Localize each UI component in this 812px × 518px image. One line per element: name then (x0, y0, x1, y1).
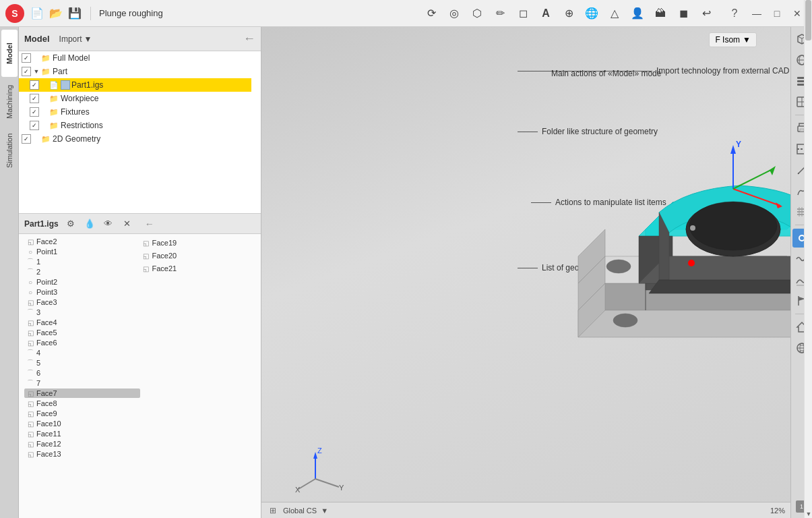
panel-area: Model Import ▼ ← 📁 Full Model ▼ (19, 27, 261, 518)
new-file-icon[interactable]: 📄 (30, 6, 44, 21)
toolbar-btn-11[interactable]: 🏔 (650, 3, 670, 24)
list-item-point1[interactable]: ○Point1 (24, 247, 140, 256)
toolbar-btn-5[interactable]: ◻ (513, 3, 533, 24)
list-item-face10[interactable]: ◱Face10 (24, 419, 140, 428)
tree-label-fixtures: Fixtures (61, 107, 90, 117)
toolbar-btn-8[interactable]: 🌐 (582, 3, 602, 24)
tree-check-part[interactable] (22, 67, 31, 76)
toolbar-btn-6[interactable]: A (536, 3, 556, 24)
point1-icon: ○ (26, 247, 35, 256)
list-action-close[interactable]: ✕ (121, 217, 134, 231)
list-item-6[interactable]: ⌒6 (24, 368, 140, 378)
item7-icon: ⌒ (26, 378, 35, 388)
tree-toggle-part1-igs[interactable] (40, 81, 49, 89)
tree-check-part1-igs[interactable] (30, 80, 39, 90)
list-item-1[interactable]: ⌒1 (24, 257, 140, 266)
toolbar-btn-9[interactable]: △ (604, 3, 625, 24)
svg-text:Y: Y (736, 140, 741, 149)
list-item-face9[interactable]: ◱Face9 (24, 409, 140, 418)
list-item-face2[interactable]: ◱Face2 (24, 237, 140, 246)
list-item-point2[interactable]: ○Point2 (24, 277, 140, 287)
model-tree: 📁 Full Model ▼ 📁 Part 📄 Part1.igs (19, 51, 261, 213)
tree-toggle-fixtures[interactable] (40, 108, 49, 116)
toolbar-btn-12[interactable]: ◼ (673, 3, 693, 24)
save-file-icon[interactable]: 💾 (67, 6, 82, 21)
list-item-face21[interactable]: ◱Face21 (140, 262, 256, 275)
list-item-face20[interactable]: ◱Face20 (140, 250, 256, 262)
face21-icon: ◱ (142, 264, 151, 273)
tree-check-full-model[interactable] (22, 53, 31, 63)
tree-toggle-2d-geometry[interactable] (32, 135, 40, 143)
list-item-face8[interactable]: ◱Face8 (24, 399, 140, 408)
sidebar-tab-simulation[interactable]: Simulation (1, 127, 18, 174)
tree-check-workpiece[interactable] (30, 94, 39, 103)
list-item-face7[interactable]: ◱Face7 (24, 388, 140, 398)
open-file-icon[interactable]: 📂 (49, 6, 63, 21)
list-item-face19[interactable]: ◱Face19 (140, 237, 256, 249)
folder-icon-workpiece: 📁 (49, 93, 59, 104)
svg-marker-13 (770, 166, 776, 175)
list-action-settings[interactable]: ⚙ (64, 217, 77, 231)
toolbar-btn-10[interactable]: 👤 (627, 3, 648, 24)
list-item-5[interactable]: ⌒5 (24, 358, 140, 368)
toolbar-btn-7[interactable]: ⊕ (559, 3, 579, 24)
svg-line-17 (299, 479, 315, 489)
folder-icon-restrictions: 📁 (49, 120, 59, 131)
help-icon[interactable]: ? (727, 6, 742, 21)
tree-item-part1-igs[interactable]: 📄 Part1.igs (19, 78, 251, 92)
tree-check-fixtures[interactable] (30, 107, 39, 117)
tree-section: 📁 Full Model ▼ 📁 Part 📄 Part1.igs (19, 51, 261, 213)
toolbar-btn-4[interactable]: ✏ (490, 3, 510, 24)
list-item-face4[interactable]: ◱Face4 (24, 318, 140, 327)
list-item-face12[interactable]: ◱Face12 (24, 439, 140, 449)
sidebar-tab-machining[interactable]: Machining (1, 78, 18, 125)
tree-item-workpiece[interactable]: 📁 Workpiece (19, 92, 251, 105)
point2-icon: ○ (26, 277, 35, 287)
tree-toggle-workpiece[interactable] (40, 94, 49, 103)
tree-toggle-restrictions[interactable] (40, 121, 49, 130)
list-action-water[interactable]: 💧 (83, 217, 96, 231)
svg-point-5 (689, 202, 777, 250)
toolbar-btn-13[interactable]: ↩ (696, 3, 716, 24)
list-item-2[interactable]: ⌒2 (24, 267, 140, 277)
view-mode-selector[interactable]: F Isom ▼ (709, 32, 757, 47)
list-item-point3[interactable]: ○Point3 (24, 287, 140, 297)
maximize-button[interactable]: □ (768, 4, 786, 23)
list-item-face6[interactable]: ◱Face6 (24, 338, 140, 347)
viewport[interactable]: Import technology from external CAD Main… (261, 27, 790, 518)
list-panel: Part1.igs ⚙ 💧 👁 ✕ ← ◱Face2 ○Point1 ⌒1 ⌒2… (19, 213, 261, 459)
list-item-7[interactable]: ⌒7 (24, 378, 140, 388)
tree-item-part[interactable]: ▼ 📁 Part (19, 65, 251, 78)
list-action-visibility[interactable]: 👁 (102, 217, 115, 231)
tree-toggle-full-model[interactable] (32, 54, 40, 62)
import-button[interactable]: Import ▼ (55, 32, 96, 46)
model-title: Model (24, 34, 50, 44)
file-icons: 📄 📂 💾 (30, 6, 82, 21)
face7-icon: ◱ (26, 388, 35, 398)
toolbar-btn-3[interactable]: ⬡ (467, 3, 487, 24)
side-tabs: Model Machining Simulation (0, 27, 19, 518)
cs-label: Global CS (283, 507, 317, 515)
tree-item-2d-geometry[interactable]: 📁 2D Geometry (19, 132, 251, 146)
tree-check-2d-geometry[interactable] (22, 134, 31, 144)
folder-icon-2d-geometry: 📁 (40, 134, 51, 144)
list-item-face5[interactable]: ◱Face5 (24, 328, 140, 337)
tree-check-restrictions[interactable] (30, 121, 39, 130)
list-item-face13[interactable]: ◱Face13 (24, 449, 140, 459)
tree-toggle-part[interactable]: ▼ (32, 67, 40, 76)
sidebar-tab-model[interactable]: Model (1, 30, 18, 77)
toolbar-btn-2[interactable]: ◎ (444, 3, 464, 24)
view-dropdown[interactable]: F Isom ▼ (709, 32, 757, 47)
toolbar-btn-1[interactable]: ⟳ (421, 3, 441, 24)
title-bar: S 📄 📂 💾 Plunge roughing ⟳ ◎ ⬡ ✏ ◻ A ⊕ 🌐 … (0, 0, 812, 27)
tree-item-restrictions[interactable]: 📁 Restrictions (19, 119, 251, 132)
tree-item-full-model[interactable]: 📁 Full Model (19, 51, 251, 65)
tree-item-fixtures[interactable]: 📁 Fixtures (19, 105, 251, 119)
list-item-face11[interactable]: ◱Face11 (24, 429, 140, 438)
cs-dropdown[interactable]: ▼ (321, 507, 328, 515)
list-item-4[interactable]: ⌒4 (24, 348, 140, 357)
list-item-face3[interactable]: ◱Face3 (24, 297, 140, 307)
minimize-button[interactable]: — (747, 4, 766, 23)
face6-icon: ◱ (26, 338, 35, 347)
list-item-3[interactable]: ⌒3 (24, 308, 140, 317)
